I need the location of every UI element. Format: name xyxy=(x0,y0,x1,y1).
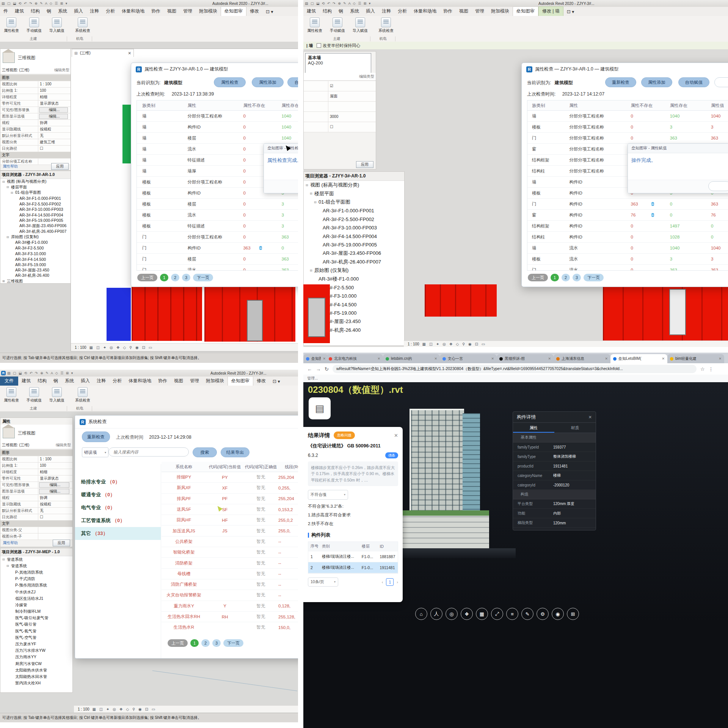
tree-item[interactable]: AR-3#楼-F1-0.000 xyxy=(0,240,71,246)
error-filter-select[interactable]: 错误项▾ xyxy=(82,447,108,457)
ribbon-tab[interactable]: 管理 xyxy=(472,7,488,16)
ignore-issue-button[interactable]: 忽略问题 xyxy=(334,431,355,439)
viewer-tool-icon[interactable]: ◎ xyxy=(446,608,458,620)
property-row[interactable]: 默认分析显示样式 无 xyxy=(0,508,72,514)
property-row[interactable]: 比例值 1: 100 xyxy=(0,88,71,94)
property-row[interactable]: 规程 协调 xyxy=(0,120,71,126)
tree-item[interactable]: AR-3#-F2-5.500-FP002 xyxy=(0,201,71,207)
property-row[interactable]: 图形显示选项 编辑... xyxy=(0,488,72,495)
property-value[interactable]: 建筑三维 xyxy=(38,139,71,145)
quick-access-toolbar[interactable]: ▤ ▢ ⬓ ⟲ ↶ ↷ ⊕ ✎ A ◇ ☰ ⊞ ▾ xyxy=(6,371,74,375)
tree-item[interactable]: ⊟ 原始图 (仅复制) xyxy=(0,234,71,240)
property-value[interactable]: 3000 xyxy=(328,112,376,122)
view-control-icons[interactable]: ▦ ◫ ✦ ◎ ❖ ◇ ⚲ ◉ ⊡ ▭ xyxy=(422,342,486,346)
tree-item[interactable]: 低区生活给水J1 xyxy=(0,595,72,602)
quick-access-toolbar[interactable]: ▤ ▢ ⬓ ⟲ ↶ ↷ ⊕ ✎ A ◇ ☰ ⊞ ▾ xyxy=(0,2,68,5)
tree-item[interactable]: 压力雨水YY xyxy=(0,654,72,661)
ribbon-tab[interactable]: 体量和场地 xyxy=(125,377,155,386)
tree-item[interactable]: AR-3#-机房-26.400-FP007 xyxy=(0,229,71,234)
ribbon-tab[interactable]: 系统 xyxy=(347,7,362,16)
property-value[interactable] xyxy=(9,521,72,527)
tree-item[interactable]: 室内消火栓XH xyxy=(0,680,72,687)
type-selector[interactable]: 三维视图 xyxy=(0,425,72,442)
ribbon-tab[interactable]: 分析 xyxy=(102,7,118,16)
tab-material[interactable]: 材质 xyxy=(554,423,596,433)
property-row[interactable]: 视图分类-父 xyxy=(0,527,72,533)
table-row[interactable]: 火灾自动报警桥架 暂无 -- xyxy=(162,590,298,601)
ribbon-tab[interactable]: 协作 xyxy=(148,7,164,16)
browser-tab[interactable]: 垒知图审|图 ✕ xyxy=(303,354,328,363)
tree-item[interactable]: AR-3#-F5-19.000-FP005 xyxy=(0,218,71,223)
table-row[interactable]: 墙 楼层 0 ≣ 1040 xyxy=(137,133,298,144)
discipline-item[interactable]: 暖通专业 （0） xyxy=(75,488,161,501)
property-row[interactable]: 详细程度 精细 xyxy=(0,94,71,100)
viewer-tool-icon[interactable]: ⚙ xyxy=(537,608,549,620)
page-1-button[interactable]: 1 xyxy=(190,639,199,647)
property-row[interactable]: 图形 xyxy=(0,450,72,456)
tree-expand-icon[interactable]: ⊟ xyxy=(310,269,313,272)
close-icon[interactable]: ✕ xyxy=(588,415,592,420)
ribbon-tab[interactable]: 注释 xyxy=(378,7,394,16)
checkbox-icon[interactable] xyxy=(317,43,321,48)
property-value[interactable]: 协调 xyxy=(38,120,71,126)
table-row[interactable]: 加压送风JS JS 暂无 255,0, xyxy=(162,526,298,536)
property-value[interactable]: ☐ xyxy=(38,514,72,520)
type-selector[interactable]: 三维视图 xyxy=(0,49,71,67)
ribbon-button[interactable]: 导入赋值 xyxy=(46,386,67,403)
tree-item[interactable]: AR-3#-F5-19.000-FP005 xyxy=(304,241,404,249)
properties-help-link[interactable]: 属性帮助 xyxy=(3,164,18,169)
property-row[interactable]: 文字 xyxy=(0,521,72,527)
tree-item[interactable]: 制冷剂循环LM xyxy=(0,609,72,615)
table-row[interactable]: 门 分部分项工程名称 0 ≣ 363 xyxy=(137,232,298,243)
property-row[interactable]: 视图比例 1 : 100 xyxy=(0,456,72,463)
page-3-button[interactable]: 3 xyxy=(182,274,190,281)
tab-close-icon[interactable]: ✕ xyxy=(434,357,437,361)
property-row[interactable]: ☑ xyxy=(304,81,376,91)
ribbon-tab[interactable]: 视图 xyxy=(171,377,187,386)
table-row[interactable]: 门 流水 0 ≣ 363 xyxy=(137,265,298,271)
property-value[interactable]: ☑ xyxy=(328,81,376,91)
tree-expand-icon[interactable]: ⊟ xyxy=(6,235,10,239)
property-value[interactable] xyxy=(38,533,72,540)
apply-button[interactable]: 应用 xyxy=(356,161,373,168)
ribbon-button[interactable]: 属性检查 xyxy=(1,17,22,33)
table-row[interactable]: 生活热水R 暂无 150,0, xyxy=(162,622,298,632)
page-2-button[interactable]: 2 xyxy=(201,639,210,647)
viewer-tool-icon[interactable]: ❖ xyxy=(461,608,473,620)
tree-item[interactable]: 医气-吸引管 xyxy=(0,621,72,628)
view-close-icon[interactable]: ✕ xyxy=(128,51,131,55)
ribbon-button[interactable]: 系统检查 xyxy=(72,17,93,33)
tree-item[interactable]: AR-3#-机房-26.400-FP007 xyxy=(304,258,404,267)
tree-expand-icon[interactable]: ⊟ xyxy=(2,180,6,184)
ribbon-tab[interactable]: 注释 xyxy=(93,377,109,386)
ribbon-tab[interactable]: 钢 xyxy=(335,7,347,16)
table-row[interactable]: 门 楼层 0 ≣ 363 xyxy=(137,254,298,265)
current-page[interactable]: 1 xyxy=(386,578,394,586)
table-row[interactable]: 回风HF HF 暂无 255,0,2 xyxy=(162,515,298,526)
tree-item[interactable]: ⊟ 视图 (标高与视图分类) xyxy=(0,179,71,185)
property-row[interactable]: 可见性/图形替换 编辑... xyxy=(0,107,71,113)
tree-item[interactable]: P-干式消防 xyxy=(0,576,72,582)
view-scale[interactable]: 1 : 100 xyxy=(78,707,89,711)
tree-item[interactable]: AR-3#-F3-10.000-FP003 xyxy=(0,207,71,212)
table-row[interactable]: 送风SF SF 暂无 0,153,2 xyxy=(162,504,298,515)
ribbon-tab[interactable]: 修改 xyxy=(246,7,262,16)
tree-item[interactable]: AR-3#-机房-26.400 xyxy=(0,273,71,279)
tree-expand-icon[interactable]: ⊟ xyxy=(6,564,10,568)
property-value[interactable]: 显示原状态 xyxy=(38,475,72,482)
ribbon-tab[interactable]: 管理 xyxy=(180,7,196,16)
tree-expand-icon[interactable]: ⊟ xyxy=(310,192,313,195)
tree-expand-icon[interactable]: ⊞ xyxy=(2,279,6,283)
edit-type-button[interactable]: 编辑类型 xyxy=(56,442,71,448)
viewer-tool-icon[interactable]: ⊞ xyxy=(567,608,579,620)
prev-page-icon[interactable]: ‹ xyxy=(382,580,383,584)
ribbon-tab[interactable]: ⊡ ▾ xyxy=(563,8,577,16)
property-row[interactable]: 零件可见性 显示原状态 xyxy=(0,475,72,482)
tab-close-icon[interactable]: ✕ xyxy=(377,357,380,361)
ribbon-tab[interactable]: 体量和场地 xyxy=(410,7,440,16)
tree-item[interactable]: 中水供水ZJ xyxy=(0,589,72,595)
tree-item[interactable]: 太阳能热水回水管 xyxy=(0,673,72,680)
property-row[interactable]: 屋面 xyxy=(304,91,376,102)
property-value[interactable]: 100 xyxy=(38,463,72,469)
tree-item[interactable]: P-预作用消防系统 xyxy=(0,582,72,589)
